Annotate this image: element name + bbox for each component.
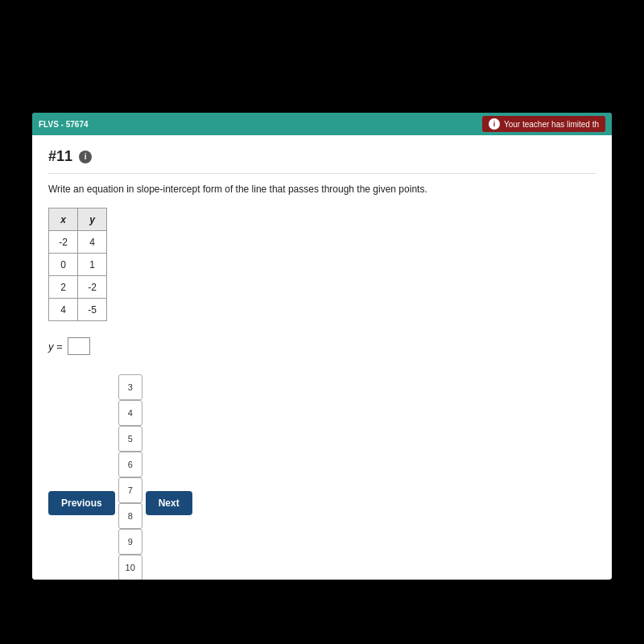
answer-row: y = bbox=[48, 337, 596, 355]
table-row: 2-2 bbox=[49, 276, 107, 299]
page-buttons-container: 3456789101112 bbox=[118, 374, 142, 580]
page-button-8[interactable]: 8 bbox=[118, 503, 142, 529]
notice-text: Your teacher has limited th bbox=[504, 120, 599, 129]
pagination-bar: Previous 3456789101112 Next bbox=[48, 374, 596, 580]
question-header: #11 i bbox=[48, 148, 596, 174]
previous-button[interactable]: Previous bbox=[48, 491, 115, 515]
table-row: 4-5 bbox=[49, 299, 107, 321]
answer-label: y = bbox=[48, 341, 63, 353]
table-cell: 4 bbox=[78, 231, 107, 254]
question-number: #11 bbox=[48, 148, 72, 165]
question-instruction: Write an equation in slope-intercept for… bbox=[48, 184, 596, 195]
table-row: 01 bbox=[49, 254, 107, 276]
table-cell: -2 bbox=[49, 231, 78, 254]
table-cell: 0 bbox=[49, 254, 78, 276]
question-info-icon[interactable]: i bbox=[79, 151, 92, 163]
page-button-3[interactable]: 3 bbox=[118, 374, 142, 400]
page-button-6[interactable]: 6 bbox=[118, 452, 142, 477]
answer-input[interactable] bbox=[68, 337, 90, 355]
table-cell: 4 bbox=[49, 299, 78, 321]
app-title: FLVS - 57674 bbox=[39, 120, 89, 129]
table-cell: 2 bbox=[49, 276, 78, 299]
table-cell: 1 bbox=[78, 254, 107, 276]
notice-icon: i bbox=[489, 118, 500, 130]
page-button-4[interactable]: 4 bbox=[118, 400, 142, 426]
table-row: -24 bbox=[49, 231, 107, 254]
next-button[interactable]: Next bbox=[146, 491, 192, 515]
content-area: #11 i Write an equation in slope-interce… bbox=[32, 135, 612, 580]
table-cell: -2 bbox=[78, 276, 107, 299]
page-button-9[interactable]: 9 bbox=[118, 529, 142, 555]
top-bar: FLVS - 57674 i Your teacher has limited … bbox=[32, 113, 612, 135]
app-screen: FLVS - 57674 i Your teacher has limited … bbox=[32, 113, 612, 580]
data-table: x y -24012-24-5 bbox=[48, 208, 107, 321]
col-header-x: x bbox=[49, 208, 78, 231]
page-button-7[interactable]: 7 bbox=[118, 477, 142, 503]
table-cell: -5 bbox=[78, 299, 107, 321]
page-button-5[interactable]: 5 bbox=[118, 426, 142, 452]
col-header-y: y bbox=[78, 208, 107, 231]
teacher-notice: i Your teacher has limited th bbox=[482, 116, 605, 132]
page-button-10[interactable]: 10 bbox=[118, 555, 142, 580]
